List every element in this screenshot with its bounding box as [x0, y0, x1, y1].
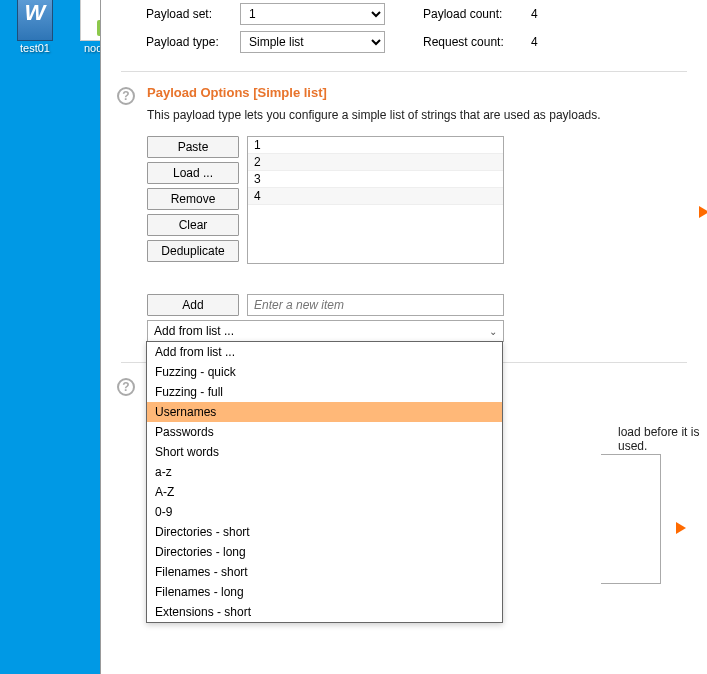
dropdown-option[interactable]: Fuzzing - full [147, 382, 502, 402]
word-icon: W [17, 0, 53, 41]
payload-type-label: Payload type: [146, 35, 232, 49]
dropdown-option[interactable]: a-z [147, 462, 502, 482]
help-icon[interactable]: ? [117, 378, 135, 396]
divider [121, 71, 687, 72]
payload-set-select[interactable]: 1 [240, 3, 385, 25]
dropdown-option[interactable]: Directories - short [147, 522, 502, 542]
dropdown-list[interactable]: Add from list ...Fuzzing - quickFuzzing … [147, 342, 502, 622]
dropdown-option[interactable]: A-Z [147, 482, 502, 502]
add-from-list-combo[interactable]: Add from list ... ⌄ [147, 320, 504, 342]
dropdown-option[interactable]: Usernames [147, 402, 502, 422]
add-from-list-dropdown: Add from list ...Fuzzing - quickFuzzing … [146, 341, 503, 623]
dropdown-option[interactable]: Directories - long [147, 542, 502, 562]
paste-button[interactable]: Paste [147, 136, 239, 158]
list-item[interactable]: 4 [248, 188, 503, 205]
payload-listbox[interactable]: 1 2 3 4 [247, 136, 504, 264]
desktop-icon-label: test01 [5, 42, 65, 54]
dropdown-option[interactable]: Passwords [147, 422, 502, 442]
request-count-value: 4 [531, 35, 538, 49]
processing-desc-tail: load before it is used. [618, 425, 707, 453]
section-title-payload-options: Payload Options [Simple list] [147, 85, 687, 100]
payload-count-value: 4 [531, 7, 538, 21]
list-item[interactable]: 1 [248, 137, 503, 154]
dropdown-option[interactable]: Fuzzing - quick [147, 362, 502, 382]
rules-listbox-edge [601, 454, 661, 584]
list-item[interactable]: 3 [248, 171, 503, 188]
remove-button[interactable]: Remove [147, 188, 239, 210]
clear-button[interactable]: Clear [147, 214, 239, 236]
dropdown-option[interactable]: 0-9 [147, 502, 502, 522]
watermark: @51CTO博客 [616, 650, 697, 668]
chevron-down-icon: ⌄ [489, 326, 497, 337]
dropdown-option[interactable]: Short words [147, 442, 502, 462]
payload-count-label: Payload count: [423, 7, 523, 21]
dropdown-option[interactable]: Extensions - short [147, 602, 502, 622]
arrow-icon [699, 206, 707, 218]
payload-set-label: Payload set: [146, 7, 232, 21]
dropdown-option[interactable]: Filenames - short [147, 562, 502, 582]
load-button[interactable]: Load ... [147, 162, 239, 184]
add-button[interactable]: Add [147, 294, 239, 316]
app-window: Payload set: 1 Payload count: 4 Payload … [100, 0, 707, 674]
section-desc: This payload type lets you configure a s… [147, 108, 687, 122]
arrow-icon [676, 522, 686, 534]
help-icon[interactable]: ? [117, 87, 135, 105]
combo-value: Add from list ... [154, 324, 234, 338]
desktop-icon-test01[interactable]: W test01 [5, 0, 65, 54]
new-item-input[interactable] [247, 294, 504, 316]
dropdown-option[interactable]: Filenames - long [147, 582, 502, 602]
dropdown-option[interactable]: Add from list ... [147, 342, 502, 362]
deduplicate-button[interactable]: Deduplicate [147, 240, 239, 262]
list-item[interactable]: 2 [248, 154, 503, 171]
payload-type-select[interactable]: Simple list [240, 31, 385, 53]
request-count-label: Request count: [423, 35, 523, 49]
